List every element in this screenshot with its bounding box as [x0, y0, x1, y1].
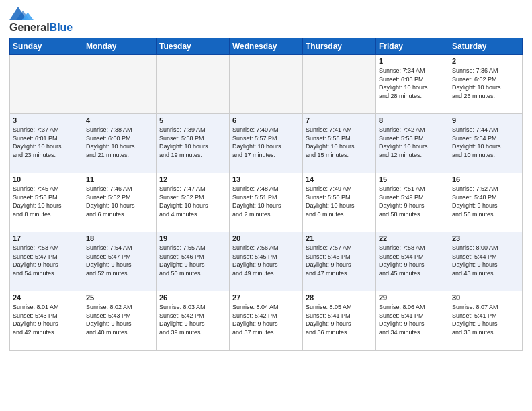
calendar-day-cell: 17Sunrise: 7:53 AM Sunset: 5:47 PM Dayli… — [10, 232, 83, 291]
day-number: 18 — [86, 234, 153, 242]
day-number: 29 — [379, 293, 446, 302]
day-info: Sunrise: 7:49 AM Sunset: 5:50 PM Dayligh… — [306, 185, 373, 218]
day-number: 28 — [306, 293, 373, 302]
calendar-header-row: SundayMondayTuesdayWednesdayThursdayFrid… — [10, 38, 523, 55]
day-info: Sunrise: 7:53 AM Sunset: 5:47 PM Dayligh… — [13, 244, 80, 277]
day-number: 10 — [13, 175, 80, 183]
calendar-week-row: 24Sunrise: 8:01 AM Sunset: 5:43 PM Dayli… — [10, 291, 523, 351]
calendar-day-cell — [303, 55, 376, 114]
calendar-week-row: 3Sunrise: 7:37 AM Sunset: 6:01 PM Daylig… — [10, 114, 523, 173]
calendar-day-cell — [157, 55, 230, 114]
day-number: 16 — [452, 175, 519, 183]
day-info: Sunrise: 7:39 AM Sunset: 5:58 PM Dayligh… — [159, 126, 226, 159]
calendar-day-cell: 25Sunrise: 8:02 AM Sunset: 5:43 PM Dayli… — [83, 291, 157, 351]
calendar-day-cell: 23Sunrise: 8:00 AM Sunset: 5:44 PM Dayli… — [449, 232, 523, 291]
logo-blue: Blue — [50, 21, 73, 33]
calendar-day-cell: 6Sunrise: 7:40 AM Sunset: 5:57 PM Daylig… — [230, 114, 303, 173]
day-info: Sunrise: 7:57 AM Sunset: 5:45 PM Dayligh… — [306, 244, 373, 277]
logo-general: General — [9, 21, 50, 33]
calendar-day-cell: 24Sunrise: 8:01 AM Sunset: 5:43 PM Dayli… — [10, 291, 83, 351]
logo: GeneralBlue — [9, 7, 73, 34]
day-number: 8 — [379, 116, 446, 124]
day-number: 27 — [232, 293, 300, 302]
calendar-day-cell: 16Sunrise: 7:52 AM Sunset: 5:48 PM Dayli… — [449, 173, 523, 232]
day-info: Sunrise: 8:04 AM Sunset: 5:42 PM Dayligh… — [232, 303, 300, 336]
day-info: Sunrise: 7:55 AM Sunset: 5:46 PM Dayligh… — [159, 244, 226, 277]
day-number: 21 — [306, 234, 373, 242]
day-info: Sunrise: 8:07 AM Sunset: 5:41 PM Dayligh… — [452, 303, 519, 336]
day-info: Sunrise: 7:44 AM Sunset: 5:54 PM Dayligh… — [452, 126, 519, 159]
day-number: 25 — [86, 293, 153, 302]
calendar-day-cell: 29Sunrise: 8:06 AM Sunset: 5:41 PM Dayli… — [376, 291, 449, 351]
calendar-day-cell: 8Sunrise: 7:42 AM Sunset: 5:55 PM Daylig… — [376, 114, 449, 173]
day-info: Sunrise: 7:34 AM Sunset: 6:03 PM Dayligh… — [379, 66, 446, 100]
day-number: 13 — [232, 175, 300, 183]
day-info: Sunrise: 8:02 AM Sunset: 5:43 PM Dayligh… — [86, 303, 153, 336]
calendar-day-cell: 11Sunrise: 7:46 AM Sunset: 5:52 PM Dayli… — [83, 173, 157, 232]
calendar-day-cell: 1Sunrise: 7:34 AM Sunset: 6:03 PM Daylig… — [376, 55, 449, 114]
weekday-header: Monday — [83, 38, 157, 55]
day-info: Sunrise: 7:45 AM Sunset: 5:53 PM Dayligh… — [13, 185, 80, 218]
weekday-header: Wednesday — [230, 38, 303, 55]
calendar-day-cell: 13Sunrise: 7:48 AM Sunset: 5:51 PM Dayli… — [230, 173, 303, 232]
weekday-header: Sunday — [10, 38, 83, 55]
calendar-day-cell: 18Sunrise: 7:54 AM Sunset: 5:47 PM Dayli… — [83, 232, 157, 291]
day-number: 20 — [232, 234, 300, 242]
day-info: Sunrise: 7:36 AM Sunset: 6:02 PM Dayligh… — [452, 66, 519, 100]
calendar-day-cell: 26Sunrise: 8:03 AM Sunset: 5:42 PM Dayli… — [157, 291, 230, 351]
day-info: Sunrise: 7:48 AM Sunset: 5:51 PM Dayligh… — [232, 185, 300, 218]
day-info: Sunrise: 7:51 AM Sunset: 5:49 PM Dayligh… — [379, 185, 446, 218]
calendar-day-cell: 9Sunrise: 7:44 AM Sunset: 5:54 PM Daylig… — [449, 114, 523, 173]
day-info: Sunrise: 7:56 AM Sunset: 5:45 PM Dayligh… — [232, 244, 300, 277]
day-number: 26 — [159, 293, 226, 302]
day-info: Sunrise: 7:42 AM Sunset: 5:55 PM Dayligh… — [379, 126, 446, 159]
day-number: 14 — [306, 175, 373, 183]
calendar-week-row: 10Sunrise: 7:45 AM Sunset: 5:53 PM Dayli… — [10, 173, 523, 232]
header: GeneralBlue — [9, 7, 523, 34]
day-number: 12 — [159, 175, 226, 183]
day-number: 17 — [13, 234, 80, 242]
day-number: 23 — [452, 234, 519, 242]
logo-text: GeneralBlue — [9, 21, 73, 34]
calendar-day-cell: 3Sunrise: 7:37 AM Sunset: 6:01 PM Daylig… — [10, 114, 83, 173]
day-info: Sunrise: 8:05 AM Sunset: 5:41 PM Dayligh… — [306, 303, 373, 336]
calendar-day-cell: 27Sunrise: 8:04 AM Sunset: 5:42 PM Dayli… — [230, 291, 303, 351]
calendar-day-cell: 7Sunrise: 7:41 AM Sunset: 5:56 PM Daylig… — [303, 114, 376, 173]
calendar-day-cell: 19Sunrise: 7:55 AM Sunset: 5:46 PM Dayli… — [157, 232, 230, 291]
weekday-header: Friday — [376, 38, 449, 55]
calendar-day-cell — [83, 55, 157, 114]
day-number: 7 — [306, 116, 373, 124]
calendar-day-cell: 2Sunrise: 7:36 AM Sunset: 6:02 PM Daylig… — [449, 55, 523, 114]
day-info: Sunrise: 7:38 AM Sunset: 6:00 PM Dayligh… — [86, 126, 153, 159]
weekday-header: Thursday — [303, 38, 376, 55]
day-number: 24 — [13, 293, 80, 302]
logo-icon — [9, 7, 34, 20]
day-info: Sunrise: 7:52 AM Sunset: 5:48 PM Dayligh… — [452, 185, 519, 218]
day-number: 22 — [379, 234, 446, 242]
calendar-day-cell — [10, 55, 83, 114]
day-number: 5 — [159, 116, 226, 124]
page: GeneralBlue SundayMondayTuesdayWednesday… — [0, 0, 532, 411]
day-info: Sunrise: 7:40 AM Sunset: 5:57 PM Dayligh… — [232, 126, 300, 159]
day-number: 3 — [13, 116, 80, 124]
day-number: 9 — [452, 116, 519, 124]
calendar-day-cell: 15Sunrise: 7:51 AM Sunset: 5:49 PM Dayli… — [376, 173, 449, 232]
day-info: Sunrise: 8:06 AM Sunset: 5:41 PM Dayligh… — [379, 303, 446, 336]
calendar-day-cell: 20Sunrise: 7:56 AM Sunset: 5:45 PM Dayli… — [230, 232, 303, 291]
day-info: Sunrise: 8:03 AM Sunset: 5:42 PM Dayligh… — [159, 303, 226, 336]
day-number: 4 — [86, 116, 153, 124]
day-info: Sunrise: 8:00 AM Sunset: 5:44 PM Dayligh… — [452, 244, 519, 277]
calendar-day-cell — [230, 55, 303, 114]
calendar-day-cell: 22Sunrise: 7:58 AM Sunset: 5:44 PM Dayli… — [376, 232, 449, 291]
day-number: 1 — [379, 57, 446, 65]
calendar-day-cell: 5Sunrise: 7:39 AM Sunset: 5:58 PM Daylig… — [157, 114, 230, 173]
day-number: 11 — [86, 175, 153, 183]
day-info: Sunrise: 7:37 AM Sunset: 6:01 PM Dayligh… — [13, 126, 80, 159]
calendar-day-cell: 14Sunrise: 7:49 AM Sunset: 5:50 PM Dayli… — [303, 173, 376, 232]
calendar-day-cell: 12Sunrise: 7:47 AM Sunset: 5:52 PM Dayli… — [157, 173, 230, 232]
day-info: Sunrise: 7:41 AM Sunset: 5:56 PM Dayligh… — [306, 126, 373, 159]
day-info: Sunrise: 7:54 AM Sunset: 5:47 PM Dayligh… — [86, 244, 153, 277]
weekday-header: Tuesday — [157, 38, 230, 55]
calendar-table: SundayMondayTuesdayWednesdayThursdayFrid… — [9, 38, 523, 351]
day-number: 2 — [452, 57, 519, 65]
